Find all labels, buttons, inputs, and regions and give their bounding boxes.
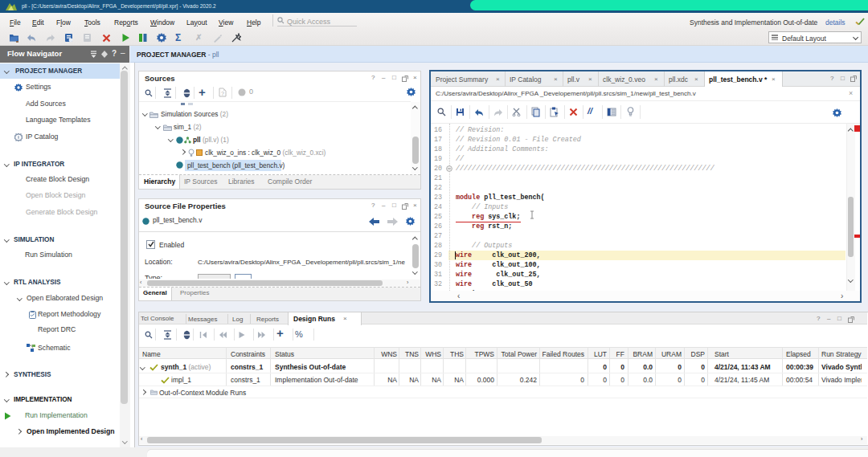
svg-text:?: ? <box>221 91 224 96</box>
